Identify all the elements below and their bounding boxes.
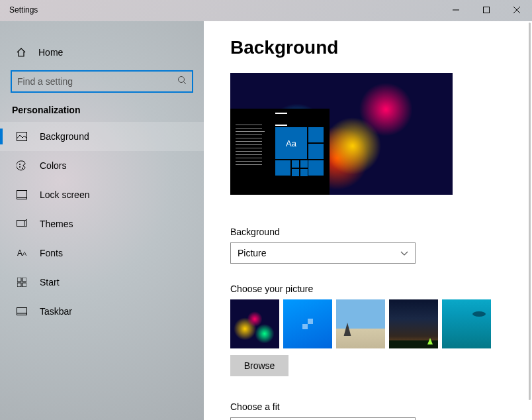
image-icon <box>16 132 28 141</box>
thumbnail-5[interactable] <box>442 299 491 348</box>
svg-rect-1 <box>484 7 490 13</box>
sidebar-item-lockscreen[interactable]: Lock screen <box>0 180 204 209</box>
svg-rect-12 <box>17 221 24 227</box>
sidebar-item-themes[interactable]: Themes <box>0 209 204 238</box>
thumbnail-3[interactable] <box>336 299 385 348</box>
sidebar-item-label: Start <box>40 277 60 288</box>
titlebar[interactable]: Settings <box>0 0 532 21</box>
sidebar-item-label: Themes <box>40 219 73 229</box>
svg-rect-11 <box>17 198 27 199</box>
choose-picture-label: Choose your picture <box>230 284 506 294</box>
svg-rect-13 <box>17 278 21 282</box>
preview-tile-aa: Aa <box>275 127 307 159</box>
thumbnail-2[interactable] <box>283 299 332 348</box>
home-nav[interactable]: Home <box>0 40 204 65</box>
svg-rect-14 <box>22 278 26 282</box>
thumbnail-4[interactable] <box>389 299 438 348</box>
browse-button[interactable]: Browse <box>230 355 288 376</box>
minimize-button[interactable] <box>441 0 471 20</box>
window-title: Settings <box>0 0 38 15</box>
themes-icon <box>16 219 28 229</box>
sidebar-item-label: Background <box>40 131 89 142</box>
home-icon <box>16 47 26 58</box>
desktop-preview: Aa <box>230 73 453 195</box>
svg-rect-10 <box>17 191 27 198</box>
background-type-label: Background <box>230 227 506 237</box>
maximize-button[interactable] <box>471 0 502 20</box>
sidebar-item-start[interactable]: Start <box>0 268 204 297</box>
lockscreen-icon <box>16 190 28 199</box>
thumbnail-1[interactable] <box>230 299 279 348</box>
svg-line-5 <box>184 82 187 85</box>
palette-icon <box>16 160 28 171</box>
svg-rect-15 <box>17 283 21 287</box>
close-button[interactable] <box>502 0 532 20</box>
home-label: Home <box>38 47 63 58</box>
sidebar-item-fonts[interactable]: AA Fonts <box>0 238 204 268</box>
background-type-select[interactable]: Picture <box>230 242 416 264</box>
search-icon <box>177 76 187 87</box>
sidebar-item-colors[interactable]: Colors <box>0 151 204 180</box>
section-title: Personalization <box>0 103 204 122</box>
fonts-icon: AA <box>16 248 28 258</box>
svg-rect-16 <box>22 283 26 287</box>
svg-point-4 <box>179 77 185 83</box>
svg-point-7 <box>19 164 21 165</box>
main-content: Background Aa <box>204 21 532 420</box>
sidebar: Home Personalization Background Colors <box>0 21 204 420</box>
search-input[interactable] <box>11 70 193 93</box>
taskbar-icon <box>16 307 28 315</box>
start-icon <box>16 278 28 287</box>
scrollbar[interactable] <box>529 23 531 400</box>
picture-thumbnails <box>230 299 506 348</box>
svg-rect-17 <box>17 308 27 315</box>
svg-point-8 <box>19 166 21 168</box>
sidebar-item-taskbar[interactable]: Taskbar <box>0 297 204 326</box>
sidebar-item-label: Lock screen <box>40 189 89 200</box>
sidebar-item-background[interactable]: Background <box>0 122 204 151</box>
preview-start-menu: Aa <box>230 109 330 195</box>
chevron-down-icon <box>400 248 408 258</box>
select-value: Picture <box>238 248 267 258</box>
sidebar-item-label: Colors <box>40 160 66 171</box>
svg-point-9 <box>22 168 23 169</box>
nav-list: Background Colors Lock screen Themes AA … <box>0 122 204 326</box>
window-controls <box>441 0 532 20</box>
page-title: Background <box>230 37 506 58</box>
sidebar-item-label: Fonts <box>40 248 63 258</box>
search-field[interactable] <box>17 76 177 87</box>
fit-select[interactable] <box>230 417 416 420</box>
sidebar-item-label: Taskbar <box>40 306 72 317</box>
choose-fit-label: Choose a fit <box>230 401 506 412</box>
